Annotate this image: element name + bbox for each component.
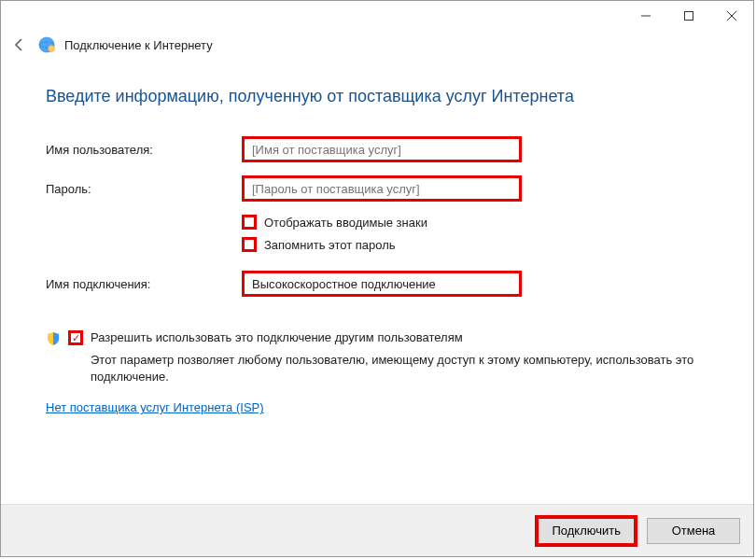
back-button[interactable] <box>10 35 29 54</box>
permission-row: Разрешить использовать это подключение д… <box>46 330 708 346</box>
svg-rect-1 <box>685 12 693 21</box>
show-chars-row: Отображать вводимые знаки <box>242 215 708 230</box>
close-button[interactable] <box>710 1 753 31</box>
password-input[interactable] <box>242 175 522 202</box>
password-row: Пароль: <box>46 175 708 202</box>
conn-name-label: Имя подключения: <box>46 277 242 291</box>
username-label: Имя пользователя: <box>46 143 242 157</box>
permission-description: Этот параметр позволяет любому пользоват… <box>91 352 708 385</box>
conn-name-input[interactable] <box>242 271 522 297</box>
footer: Подключить Отмена <box>1 504 753 556</box>
window-title: Подключение к Интернету <box>64 38 213 52</box>
conn-name-row: Имя подключения: <box>46 271 708 297</box>
minimize-button[interactable] <box>624 1 667 31</box>
dialog-window: Подключение к Интернету Введите информац… <box>0 0 754 557</box>
cancel-button[interactable]: Отмена <box>647 518 740 544</box>
main-heading: Введите информацию, полученную от постав… <box>46 87 708 106</box>
password-label: Пароль: <box>46 182 242 196</box>
content-area: Введите информацию, полученную от постав… <box>1 59 753 504</box>
maximize-button[interactable] <box>667 1 710 31</box>
show-chars-label: Отображать вводимые знаки <box>264 216 427 230</box>
no-isp-link[interactable]: Нет поставщика услуг Интернета (ISP) <box>46 400 264 414</box>
titlebar <box>1 1 753 31</box>
connect-button[interactable]: Подключить <box>535 515 637 547</box>
remember-label: Запомнить этот пароль <box>264 238 396 252</box>
allow-other-users-label: Разрешить использовать это подключение д… <box>91 330 463 344</box>
username-row: Имя пользователя: <box>46 136 708 162</box>
remember-row: Запомнить этот пароль <box>242 237 708 252</box>
svg-point-6 <box>49 46 55 52</box>
remember-checkbox[interactable] <box>242 237 257 252</box>
allow-other-users-checkbox[interactable] <box>68 330 83 345</box>
header: Подключение к Интернету <box>1 31 753 59</box>
shield-icon <box>46 331 61 346</box>
globe-icon <box>38 36 55 53</box>
show-chars-checkbox[interactable] <box>242 215 257 230</box>
username-input[interactable] <box>242 136 522 162</box>
